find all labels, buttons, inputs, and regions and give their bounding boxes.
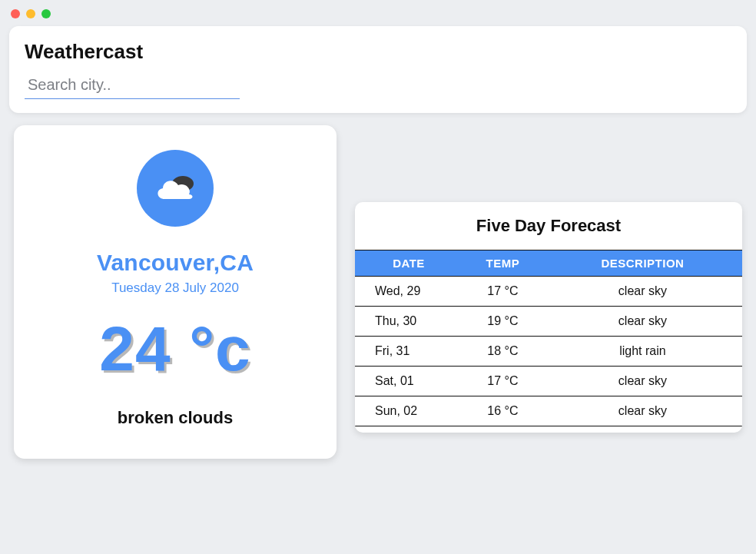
- cell-temp: 18 °C: [463, 337, 543, 367]
- cell-temp: 17 °C: [463, 277, 543, 307]
- current-temperature: 24 °c: [29, 317, 321, 380]
- table-row: Sun, 02 16 °C clear sky: [355, 396, 742, 426]
- cell-desc: clear sky: [543, 277, 742, 307]
- forecast-card: Five Day Forecast DATE TEMP DESCRIPTION …: [355, 202, 742, 433]
- weather-icon-circle: [137, 150, 214, 227]
- cell-desc: clear sky: [543, 367, 742, 396]
- forecast-table: DATE TEMP DESCRIPTION Wed, 29 17 °C clea…: [355, 250, 742, 426]
- cell-temp: 17 °C: [463, 367, 543, 396]
- cell-date: Fri, 31: [355, 337, 463, 367]
- cell-desc: light rain: [543, 337, 742, 367]
- location-name: Vancouver,CA: [29, 250, 321, 276]
- cell-temp: 16 °C: [463, 396, 543, 426]
- current-date: Tuesday 28 July 2020: [29, 280, 321, 296]
- cell-date: Wed, 29: [355, 277, 463, 307]
- window-chrome: [0, 0, 756, 26]
- col-date: DATE: [355, 250, 463, 277]
- current-weather-card: Vancouver,CA Tuesday 28 July 2020 24 °c …: [14, 125, 337, 459]
- cell-date: Sun, 02: [355, 396, 463, 426]
- minimize-window-button[interactable]: [26, 9, 35, 18]
- cell-date: Thu, 30: [355, 307, 463, 337]
- maximize-window-button[interactable]: [41, 9, 51, 18]
- cell-date: Sat, 01: [355, 367, 463, 396]
- forecast-title: Five Day Forecast: [355, 216, 742, 236]
- header-card: Weathercast: [9, 26, 747, 113]
- cloud-icon: [151, 168, 200, 208]
- current-condition: broken clouds: [29, 408, 321, 428]
- app-title: Weathercast: [25, 40, 731, 64]
- close-window-button[interactable]: [11, 9, 20, 18]
- col-temp: TEMP: [463, 250, 543, 277]
- col-desc: DESCRIPTION: [543, 250, 742, 277]
- cell-desc: clear sky: [543, 307, 742, 337]
- cell-temp: 19 °C: [463, 307, 543, 337]
- table-row: Thu, 30 19 °C clear sky: [355, 307, 742, 337]
- cell-desc: clear sky: [543, 396, 742, 426]
- table-row: Fri, 31 18 °C light rain: [355, 337, 742, 367]
- table-row: Wed, 29 17 °C clear sky: [355, 277, 742, 307]
- search-city-input[interactable]: [25, 73, 240, 99]
- table-row: Sat, 01 17 °C clear sky: [355, 367, 742, 396]
